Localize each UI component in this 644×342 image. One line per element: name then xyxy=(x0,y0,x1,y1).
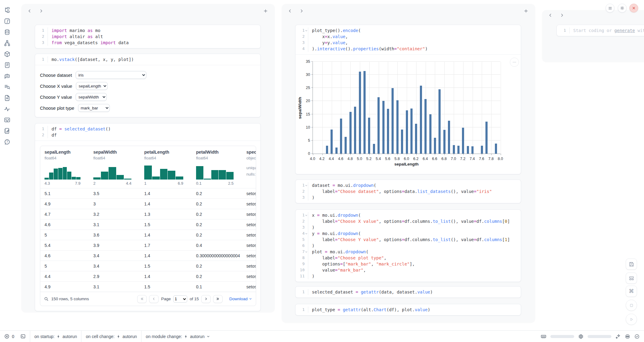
column-next-button[interactable] xyxy=(38,8,44,14)
cell-dataframe[interactable]: 1df = selected_dataset()2df sepalLengthf… xyxy=(35,123,261,311)
cell-dataset-dropdown[interactable]: 1dataset = mo.ui.dropdown(2 label="Choos… xyxy=(295,180,521,203)
histogram-bar xyxy=(101,172,108,180)
sidebar-item-scratchpad[interactable] xyxy=(0,127,14,134)
code-line: 2 x=x.value, xyxy=(298,34,517,40)
terminal-button[interactable] xyxy=(20,334,26,339)
dropdown-row: Choose X valuesepalLength xyxy=(35,80,260,91)
menu-button[interactable] xyxy=(606,4,614,12)
code-editor[interactable]: 1dataset = mo.ui.dropdown(2 label="Choos… xyxy=(295,180,521,203)
errors-button[interactable] xyxy=(4,334,9,339)
connection-status-button[interactable] xyxy=(634,334,640,339)
cell-plot[interactable]: 1plot_type().encode(2 x=x.value,3 y=y.va… xyxy=(295,25,521,174)
table-cell: 0.2 xyxy=(192,201,242,206)
sidebar-item-file-tree[interactable] xyxy=(0,7,14,13)
tracing-icon xyxy=(4,106,10,112)
table-cell: 0.2 xyxy=(192,191,242,196)
stop-button[interactable] xyxy=(626,300,637,311)
code-line: 3 y=y.value, xyxy=(298,40,517,46)
sidebar-item-logs[interactable] xyxy=(0,62,14,68)
last-page-button[interactable] xyxy=(213,295,223,303)
sidebar-item-dependency-graph[interactable] xyxy=(0,40,14,46)
y-tick-label: 35 xyxy=(297,59,310,64)
altair-bar-chart[interactable]: 051015202530354.04.24.44.64.85.05.25.45.… xyxy=(295,55,521,174)
add-cell-button[interactable] xyxy=(263,8,269,14)
column-prev-button[interactable] xyxy=(548,12,553,18)
code-editor[interactable]: 1df = selected_dataset()2df xyxy=(35,123,260,141)
save-button[interactable] xyxy=(626,258,637,270)
column-header-sepalLength[interactable]: sepalLengthfloat644.37.9 xyxy=(40,149,89,188)
run-button[interactable] xyxy=(626,314,637,325)
zap-icon xyxy=(116,334,121,339)
first-page-button[interactable] xyxy=(137,295,147,303)
table-cell: setosa xyxy=(242,201,256,206)
chart-bar xyxy=(373,144,375,154)
column-name: sepalLength xyxy=(45,149,89,155)
chart-bar xyxy=(331,130,333,154)
table-cell: 3.9 xyxy=(89,243,140,248)
sidebar-item-outline[interactable] xyxy=(0,84,14,90)
add-cell-button[interactable] xyxy=(523,8,529,14)
gridline-horizontal xyxy=(313,61,500,62)
column-header-sepalWidth[interactable]: sepalWidthfloat6424.4 xyxy=(89,149,140,188)
chart-output[interactable]: 051015202530354.04.24.44.64.85.05.25.45.… xyxy=(295,55,521,174)
sidebar-item-tracing[interactable] xyxy=(0,105,14,112)
column-header-petalLength[interactable]: petalLengthfloat6416.9 xyxy=(140,149,192,188)
code-editor[interactable]: 1import marimo as mo2import altair as al… xyxy=(35,25,260,48)
page-select[interactable]: 1 xyxy=(173,295,187,303)
chart-options-button[interactable] xyxy=(510,58,519,67)
dropdown-choose-x-value[interactable]: sepalLength xyxy=(76,82,108,90)
column-prev-button[interactable] xyxy=(27,8,32,14)
cell-xy-plot-dropdowns[interactable]: 1x = mo.ui.dropdown(2 label="Choose X va… xyxy=(295,209,521,282)
dropdown-choose-dataset[interactable]: iris xyxy=(76,71,146,79)
column-header-petalWidth[interactable]: petalWidthfloat640.12.5 xyxy=(192,149,242,188)
sidebar-item-snippets[interactable] xyxy=(0,116,14,123)
cell-selected-dataset[interactable]: 1selected_dataset = getattr(data, datase… xyxy=(295,286,521,298)
sidebar-item-functions[interactable]: f xyxy=(0,18,14,24)
code-editor-placeholder[interactable]: 1Start coding or generate with xyxy=(557,25,644,36)
code-editor[interactable]: 1x = mo.ui.dropdown(2 label="Choose X va… xyxy=(295,210,521,282)
cell-vstack[interactable]: 1mo.vstack([dataset, x, y, plot]) Choose… xyxy=(35,54,261,117)
help-icon: ? xyxy=(4,139,10,145)
column-header-species[interactable]: speciesobjectunique:nulls: xyxy=(242,149,256,188)
code-editor[interactable]: 1plot_type().encode(2 x=x.value,3 y=y.va… xyxy=(295,25,521,55)
prev-page-button[interactable] xyxy=(149,295,159,303)
x-axis-tick xyxy=(369,154,370,155)
autorun-config[interactable]: on module change:autorun xyxy=(141,331,214,342)
sidebar-item-documentation[interactable] xyxy=(0,94,14,101)
cell-plot-type[interactable]: 1plot_type = getattr(alt.Chart(df), plot… xyxy=(295,304,521,315)
config-label: on module change: xyxy=(146,334,182,339)
download-button[interactable]: Download xyxy=(229,297,252,301)
chart-bar xyxy=(453,145,455,154)
table-cell: 1.4 xyxy=(140,233,192,237)
copilot-button[interactable] xyxy=(625,334,630,339)
sidebar-item-packages[interactable] xyxy=(0,51,14,57)
code-editor[interactable]: 1selected_dataset = getattr(data, datase… xyxy=(295,287,521,297)
sidebar-item-datasources[interactable] xyxy=(0,29,14,35)
column-next-button[interactable] xyxy=(559,12,565,18)
column-histogram xyxy=(93,164,131,180)
layout-button[interactable] xyxy=(626,273,637,284)
next-page-button[interactable] xyxy=(201,295,211,303)
code-line: 4y = mo.ui.dropdown( xyxy=(298,230,517,237)
command-palette-button[interactable]: ⌘ xyxy=(626,286,637,297)
histogram-bar xyxy=(63,167,67,180)
shutdown-button[interactable] xyxy=(629,4,638,12)
settings-button[interactable] xyxy=(618,4,627,12)
search-icon[interactable] xyxy=(44,297,49,301)
y-axis-tick xyxy=(311,101,313,101)
cell-new-empty[interactable]: 1Start coding or generate with xyxy=(556,25,644,36)
sidebar-item-ai-chat[interactable] xyxy=(0,73,14,79)
cell-imports[interactable]: 1import marimo as mo2import altair as al… xyxy=(35,25,261,48)
autorun-config[interactable]: on startup:autorun xyxy=(30,331,81,342)
autorun-config[interactable]: on cell change:autorun xyxy=(81,331,141,342)
column-next-button[interactable] xyxy=(299,8,304,14)
ai-assist-button[interactable] xyxy=(615,334,621,339)
column-prev-button[interactable] xyxy=(287,8,293,14)
code-editor[interactable]: 1mo.vstack([dataset, x, y, plot]) xyxy=(35,54,260,65)
page-total: of 15 xyxy=(190,297,199,301)
dropdown-choose-plot-type[interactable]: mark_bar xyxy=(78,104,110,112)
dropdown-choose-y-value[interactable]: sepalWidth xyxy=(76,93,107,101)
sidebar-item-help[interactable]: ? xyxy=(0,138,14,145)
ram-icon xyxy=(541,333,546,339)
code-editor[interactable]: 1plot_type = getattr(alt.Chart(df), plot… xyxy=(295,304,521,315)
